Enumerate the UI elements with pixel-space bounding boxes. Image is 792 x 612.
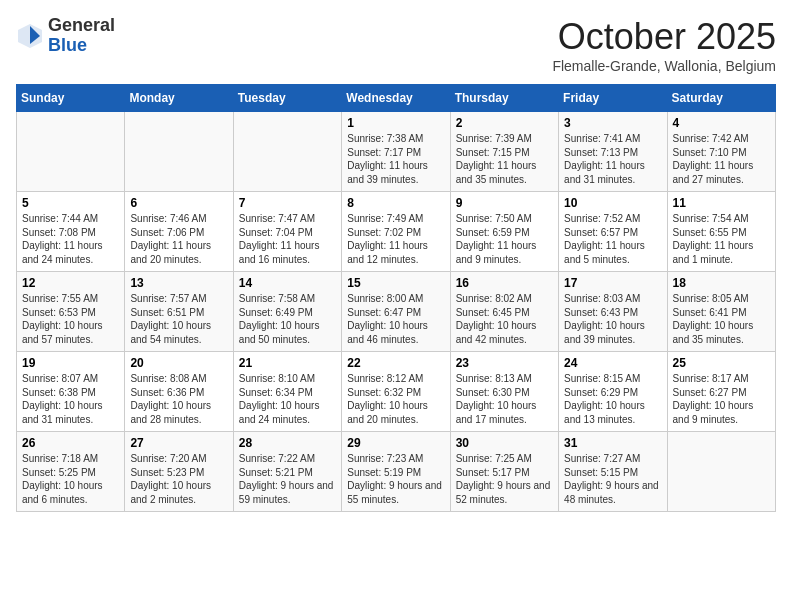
day-number: 28 <box>239 436 336 450</box>
calendar-cell: 11Sunrise: 7:54 AM Sunset: 6:55 PM Dayli… <box>667 192 775 272</box>
day-number: 1 <box>347 116 444 130</box>
calendar-cell: 22Sunrise: 8:12 AM Sunset: 6:32 PM Dayli… <box>342 352 450 432</box>
weekday-header: Sunday <box>17 85 125 112</box>
day-number: 10 <box>564 196 661 210</box>
day-number: 29 <box>347 436 444 450</box>
weekday-header: Tuesday <box>233 85 341 112</box>
day-number: 12 <box>22 276 119 290</box>
calendar-week-row: 19Sunrise: 8:07 AM Sunset: 6:38 PM Dayli… <box>17 352 776 432</box>
day-info: Sunrise: 7:42 AM Sunset: 7:10 PM Dayligh… <box>673 132 770 186</box>
day-number: 11 <box>673 196 770 210</box>
day-info: Sunrise: 7:46 AM Sunset: 7:06 PM Dayligh… <box>130 212 227 266</box>
day-number: 9 <box>456 196 553 210</box>
day-number: 21 <box>239 356 336 370</box>
day-number: 4 <box>673 116 770 130</box>
day-number: 3 <box>564 116 661 130</box>
weekday-header: Thursday <box>450 85 558 112</box>
calendar-week-row: 1Sunrise: 7:38 AM Sunset: 7:17 PM Daylig… <box>17 112 776 192</box>
calendar-cell <box>667 432 775 512</box>
logo-text: General Blue <box>48 16 115 56</box>
day-info: Sunrise: 7:50 AM Sunset: 6:59 PM Dayligh… <box>456 212 553 266</box>
calendar-cell: 8Sunrise: 7:49 AM Sunset: 7:02 PM Daylig… <box>342 192 450 272</box>
day-info: Sunrise: 7:52 AM Sunset: 6:57 PM Dayligh… <box>564 212 661 266</box>
day-number: 2 <box>456 116 553 130</box>
day-info: Sunrise: 8:10 AM Sunset: 6:34 PM Dayligh… <box>239 372 336 426</box>
calendar-cell: 17Sunrise: 8:03 AM Sunset: 6:43 PM Dayli… <box>559 272 667 352</box>
day-info: Sunrise: 7:41 AM Sunset: 7:13 PM Dayligh… <box>564 132 661 186</box>
calendar-cell: 26Sunrise: 7:18 AM Sunset: 5:25 PM Dayli… <box>17 432 125 512</box>
calendar-cell: 30Sunrise: 7:25 AM Sunset: 5:17 PM Dayli… <box>450 432 558 512</box>
day-number: 24 <box>564 356 661 370</box>
calendar-cell: 21Sunrise: 8:10 AM Sunset: 6:34 PM Dayli… <box>233 352 341 432</box>
logo-icon <box>16 22 44 50</box>
day-info: Sunrise: 7:38 AM Sunset: 7:17 PM Dayligh… <box>347 132 444 186</box>
day-number: 20 <box>130 356 227 370</box>
day-number: 16 <box>456 276 553 290</box>
month-title: October 2025 <box>552 16 776 58</box>
calendar-cell: 9Sunrise: 7:50 AM Sunset: 6:59 PM Daylig… <box>450 192 558 272</box>
calendar-week-row: 26Sunrise: 7:18 AM Sunset: 5:25 PM Dayli… <box>17 432 776 512</box>
day-info: Sunrise: 7:58 AM Sunset: 6:49 PM Dayligh… <box>239 292 336 346</box>
day-info: Sunrise: 7:47 AM Sunset: 7:04 PM Dayligh… <box>239 212 336 266</box>
calendar-cell: 6Sunrise: 7:46 AM Sunset: 7:06 PM Daylig… <box>125 192 233 272</box>
calendar-cell <box>233 112 341 192</box>
calendar-cell: 12Sunrise: 7:55 AM Sunset: 6:53 PM Dayli… <box>17 272 125 352</box>
logo-general: General <box>48 15 115 35</box>
day-info: Sunrise: 7:25 AM Sunset: 5:17 PM Dayligh… <box>456 452 553 506</box>
calendar-cell: 2Sunrise: 7:39 AM Sunset: 7:15 PM Daylig… <box>450 112 558 192</box>
day-info: Sunrise: 7:39 AM Sunset: 7:15 PM Dayligh… <box>456 132 553 186</box>
day-info: Sunrise: 7:54 AM Sunset: 6:55 PM Dayligh… <box>673 212 770 266</box>
day-number: 18 <box>673 276 770 290</box>
weekday-header: Saturday <box>667 85 775 112</box>
logo: General Blue <box>16 16 115 56</box>
calendar-cell <box>17 112 125 192</box>
calendar-cell: 27Sunrise: 7:20 AM Sunset: 5:23 PM Dayli… <box>125 432 233 512</box>
calendar-cell: 14Sunrise: 7:58 AM Sunset: 6:49 PM Dayli… <box>233 272 341 352</box>
calendar-week-row: 5Sunrise: 7:44 AM Sunset: 7:08 PM Daylig… <box>17 192 776 272</box>
day-number: 25 <box>673 356 770 370</box>
calendar-cell: 20Sunrise: 8:08 AM Sunset: 6:36 PM Dayli… <box>125 352 233 432</box>
calendar-cell: 5Sunrise: 7:44 AM Sunset: 7:08 PM Daylig… <box>17 192 125 272</box>
calendar-cell: 19Sunrise: 8:07 AM Sunset: 6:38 PM Dayli… <box>17 352 125 432</box>
day-info: Sunrise: 7:23 AM Sunset: 5:19 PM Dayligh… <box>347 452 444 506</box>
day-info: Sunrise: 8:15 AM Sunset: 6:29 PM Dayligh… <box>564 372 661 426</box>
day-info: Sunrise: 7:55 AM Sunset: 6:53 PM Dayligh… <box>22 292 119 346</box>
day-number: 14 <box>239 276 336 290</box>
day-number: 8 <box>347 196 444 210</box>
day-number: 5 <box>22 196 119 210</box>
calendar-table: SundayMondayTuesdayWednesdayThursdayFrid… <box>16 84 776 512</box>
day-info: Sunrise: 8:13 AM Sunset: 6:30 PM Dayligh… <box>456 372 553 426</box>
day-info: Sunrise: 8:17 AM Sunset: 6:27 PM Dayligh… <box>673 372 770 426</box>
day-info: Sunrise: 7:27 AM Sunset: 5:15 PM Dayligh… <box>564 452 661 506</box>
weekday-header: Wednesday <box>342 85 450 112</box>
weekday-header: Friday <box>559 85 667 112</box>
calendar-cell: 1Sunrise: 7:38 AM Sunset: 7:17 PM Daylig… <box>342 112 450 192</box>
logo-blue: Blue <box>48 35 87 55</box>
calendar-cell: 25Sunrise: 8:17 AM Sunset: 6:27 PM Dayli… <box>667 352 775 432</box>
calendar-cell: 7Sunrise: 7:47 AM Sunset: 7:04 PM Daylig… <box>233 192 341 272</box>
day-info: Sunrise: 7:44 AM Sunset: 7:08 PM Dayligh… <box>22 212 119 266</box>
page-header: General Blue October 2025 Flemalle-Grand… <box>16 16 776 74</box>
calendar-cell: 18Sunrise: 8:05 AM Sunset: 6:41 PM Dayli… <box>667 272 775 352</box>
day-number: 27 <box>130 436 227 450</box>
day-info: Sunrise: 8:00 AM Sunset: 6:47 PM Dayligh… <box>347 292 444 346</box>
day-info: Sunrise: 7:57 AM Sunset: 6:51 PM Dayligh… <box>130 292 227 346</box>
day-info: Sunrise: 8:02 AM Sunset: 6:45 PM Dayligh… <box>456 292 553 346</box>
calendar-cell: 13Sunrise: 7:57 AM Sunset: 6:51 PM Dayli… <box>125 272 233 352</box>
day-info: Sunrise: 8:03 AM Sunset: 6:43 PM Dayligh… <box>564 292 661 346</box>
day-info: Sunrise: 7:49 AM Sunset: 7:02 PM Dayligh… <box>347 212 444 266</box>
day-number: 19 <box>22 356 119 370</box>
title-block: October 2025 Flemalle-Grande, Wallonia, … <box>552 16 776 74</box>
calendar-cell: 28Sunrise: 7:22 AM Sunset: 5:21 PM Dayli… <box>233 432 341 512</box>
day-number: 26 <box>22 436 119 450</box>
day-number: 30 <box>456 436 553 450</box>
day-number: 22 <box>347 356 444 370</box>
day-number: 17 <box>564 276 661 290</box>
day-info: Sunrise: 7:18 AM Sunset: 5:25 PM Dayligh… <box>22 452 119 506</box>
calendar-cell: 10Sunrise: 7:52 AM Sunset: 6:57 PM Dayli… <box>559 192 667 272</box>
calendar-cell: 4Sunrise: 7:42 AM Sunset: 7:10 PM Daylig… <box>667 112 775 192</box>
day-info: Sunrise: 8:05 AM Sunset: 6:41 PM Dayligh… <box>673 292 770 346</box>
calendar-cell: 29Sunrise: 7:23 AM Sunset: 5:19 PM Dayli… <box>342 432 450 512</box>
location-subtitle: Flemalle-Grande, Wallonia, Belgium <box>552 58 776 74</box>
day-number: 7 <box>239 196 336 210</box>
